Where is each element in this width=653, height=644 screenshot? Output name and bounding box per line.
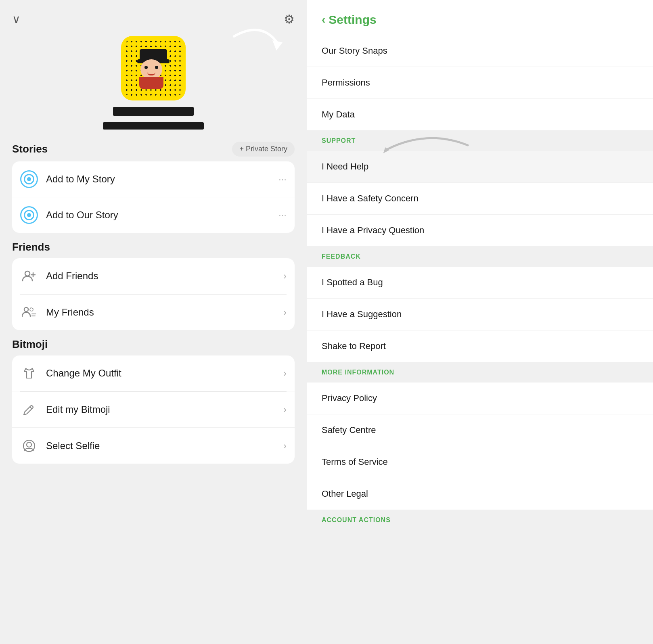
profile-area bbox=[8, 36, 299, 130]
chevron-down-icon[interactable]: ∨ bbox=[12, 13, 21, 26]
more-info-list: Privacy Policy Safety Centre Terms of Se… bbox=[307, 383, 653, 510]
select-selfie-label: Select Selfie bbox=[46, 440, 283, 452]
permissions-item[interactable]: Permissions bbox=[307, 67, 653, 99]
story-icon bbox=[20, 170, 38, 188]
other-legal-item[interactable]: Other Legal bbox=[307, 478, 653, 510]
bitmoji-cards: Change My Outfit › Edit my Bitmoji › bbox=[12, 355, 295, 464]
our-story-action-dots[interactable]: ··· bbox=[278, 209, 287, 221]
terms-of-service-item[interactable]: Terms of Service bbox=[307, 446, 653, 478]
snapcode[interactable] bbox=[121, 36, 186, 100]
svg-line-8 bbox=[30, 407, 32, 409]
safety-centre-item[interactable]: Safety Centre bbox=[307, 414, 653, 446]
friends-cards: Add Friends › My Friends › bbox=[12, 258, 295, 330]
svg-point-10 bbox=[27, 442, 31, 447]
shake-to-report-item[interactable]: Shake to Report bbox=[307, 330, 653, 362]
svg-point-4 bbox=[24, 307, 28, 312]
privacy-policy-item[interactable]: Privacy Policy bbox=[307, 383, 653, 414]
outfit-icon bbox=[20, 364, 38, 382]
suggestion-item[interactable]: I Have a Suggestion bbox=[307, 299, 653, 330]
settings-top-list: Our Story Snaps Permissions My Data bbox=[307, 35, 653, 131]
friends-title: Friends bbox=[12, 241, 50, 253]
edit-bitmoji-item[interactable]: Edit my Bitmoji › bbox=[12, 392, 295, 428]
edit-bitmoji-chevron: › bbox=[283, 404, 287, 415]
more-info-section-header: MORE INFORMATION bbox=[307, 362, 653, 383]
right-panel: ‹ Settings Our Story Snaps Permissions M… bbox=[307, 0, 653, 530]
svg-point-1 bbox=[25, 271, 30, 276]
edit-icon bbox=[20, 401, 38, 418]
add-friends-label: Add Friends bbox=[46, 270, 283, 282]
gear-icon[interactable]: ⚙ bbox=[284, 12, 295, 26]
friends-section-header: Friends bbox=[12, 241, 295, 253]
settings-title: Settings bbox=[329, 13, 376, 27]
back-arrow-icon: ‹ bbox=[322, 13, 325, 26]
outfit-chevron: › bbox=[283, 368, 287, 379]
add-to-my-story-label: Add to My Story bbox=[46, 174, 278, 185]
bitmoji-section-header: Bitmoji bbox=[12, 338, 295, 351]
spotted-bug-item[interactable]: I Spotted a Bug bbox=[307, 267, 653, 299]
selfie-icon bbox=[20, 437, 38, 455]
svg-point-5 bbox=[30, 308, 33, 311]
feedback-list: I Spotted a Bug I Have a Suggestion Shak… bbox=[307, 267, 653, 362]
account-actions-section-header: ACCOUNT ACTIONS bbox=[307, 510, 653, 530]
my-story-action-dots[interactable]: ··· bbox=[278, 174, 287, 185]
stories-section-header: Stories + Private Story bbox=[12, 142, 295, 157]
my-friends-item[interactable]: My Friends › bbox=[12, 295, 295, 330]
private-story-button[interactable]: + Private Story bbox=[232, 142, 295, 157]
safety-concern-item[interactable]: I Have a Safety Concern bbox=[307, 183, 653, 215]
selfie-chevron: › bbox=[283, 440, 287, 452]
handle-bar bbox=[103, 122, 204, 130]
my-friends-icon bbox=[20, 303, 38, 321]
my-data-item[interactable]: My Data bbox=[307, 99, 653, 131]
support-list: I Need Help I Have a Safety Concern I Ha… bbox=[307, 151, 653, 247]
edit-bitmoji-label: Edit my Bitmoji bbox=[46, 404, 283, 415]
change-my-outfit-item[interactable]: Change My Outfit › bbox=[12, 355, 295, 391]
change-my-outfit-label: Change My Outfit bbox=[46, 368, 283, 379]
bitmoji-title: Bitmoji bbox=[12, 338, 48, 351]
stories-title: Stories bbox=[12, 143, 48, 155]
username-bar bbox=[113, 107, 194, 116]
support-section-header: SUPPORT bbox=[307, 131, 653, 151]
feedback-section-header: FEEDBACK bbox=[307, 247, 653, 267]
top-bar: ∨ ⚙ bbox=[8, 12, 299, 26]
my-friends-label: My Friends bbox=[46, 307, 283, 318]
add-to-our-story-label: Add to Our Story bbox=[46, 209, 278, 221]
add-to-our-story-item[interactable]: Add to Our Story ··· bbox=[12, 197, 295, 233]
settings-back-button[interactable]: ‹ Settings bbox=[322, 13, 638, 27]
settings-header: ‹ Settings bbox=[307, 0, 653, 35]
add-to-my-story-item[interactable]: Add to My Story ··· bbox=[12, 161, 295, 197]
i-need-help-item[interactable]: I Need Help bbox=[307, 151, 653, 183]
stories-cards: Add to My Story ··· Add to Our Story ··· bbox=[12, 161, 295, 233]
my-friends-chevron: › bbox=[283, 307, 287, 318]
select-selfie-item[interactable]: Select Selfie › bbox=[12, 428, 295, 464]
privacy-question-item[interactable]: I Have a Privacy Question bbox=[307, 215, 653, 247]
our-story-snaps-item[interactable]: Our Story Snaps bbox=[307, 35, 653, 67]
add-friends-icon bbox=[20, 267, 38, 285]
add-friends-item[interactable]: Add Friends › bbox=[12, 258, 295, 294]
add-friends-chevron: › bbox=[283, 270, 287, 282]
our-story-icon bbox=[20, 206, 38, 224]
